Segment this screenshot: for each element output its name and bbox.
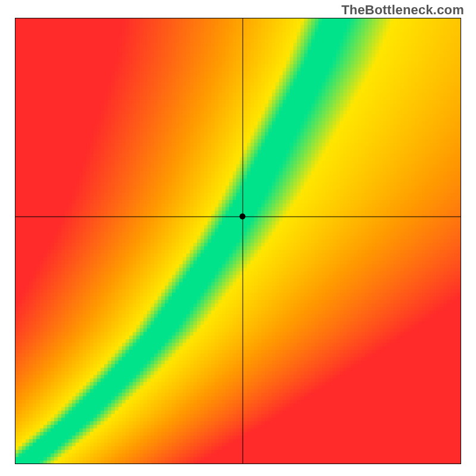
heatmap-canvas (0, 0, 476, 476)
chart-container: TheBottleneck.com (0, 0, 476, 476)
watermark-text: TheBottleneck.com (342, 2, 464, 18)
